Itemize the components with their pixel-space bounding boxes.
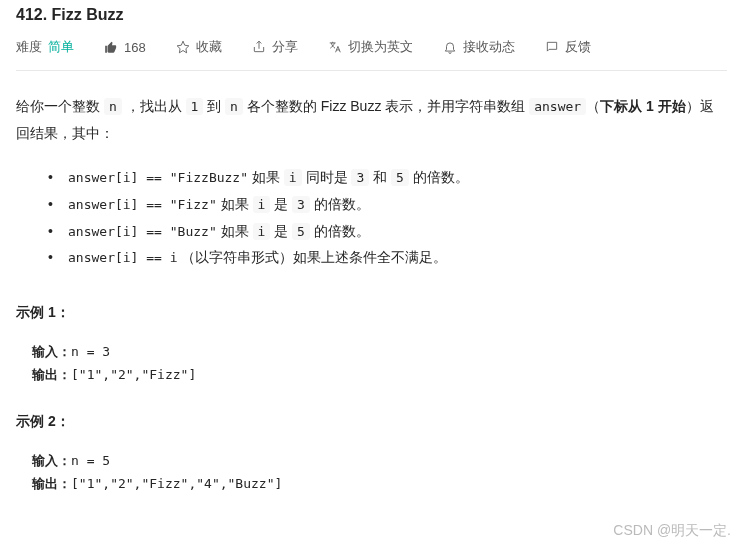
share-icon	[252, 40, 266, 54]
example-1-block: 输入：n = 3 输出：["1","2","Fizz"]	[16, 340, 727, 387]
input-label: 输入：	[32, 344, 71, 359]
feedback-button[interactable]: 反馈	[545, 38, 591, 56]
example-2-block: 输入：n = 5 输出：["1","2","Fizz","4","Buzz"]	[16, 449, 727, 496]
list-item: answer[i] == "Fizz" 如果 i 是 3 的倍数。	[48, 191, 727, 218]
meta-bar: 难度 简单 168 收藏 分享 切换为英文	[16, 38, 727, 71]
thumb-up-icon	[104, 40, 118, 54]
bell-icon	[443, 40, 457, 54]
problem-description: 给你一个整数 n ，找出从 1 到 n 各个整数的 Fizz Buzz 表示，并…	[16, 93, 727, 496]
star-icon	[176, 40, 190, 54]
list-item: answer[i] == i （以字符串形式）如果上述条件全不满足。	[48, 244, 727, 271]
output-label: 输出：	[32, 476, 71, 491]
translate-icon	[328, 40, 342, 54]
favorite-button[interactable]: 收藏	[176, 38, 222, 56]
feedback-label: 反馈	[565, 38, 591, 56]
input-label: 输入：	[32, 453, 71, 468]
difficulty-value: 简单	[48, 38, 74, 56]
example-2-title: 示例 2：	[16, 408, 727, 435]
list-item: answer[i] == "FizzBuzz" 如果 i 同时是 3 和 5 的…	[48, 164, 727, 191]
rules-list: answer[i] == "FizzBuzz" 如果 i 同时是 3 和 5 的…	[16, 164, 727, 271]
problem-title: 412. Fizz Buzz	[16, 6, 727, 24]
switch-lang-button[interactable]: 切换为英文	[328, 38, 413, 56]
share-label: 分享	[272, 38, 298, 56]
list-item: answer[i] == "Buzz" 如果 i 是 5 的倍数。	[48, 218, 727, 245]
difficulty-label: 难度	[16, 38, 42, 56]
like-count: 168	[124, 40, 146, 55]
subscribe-label: 接收动态	[463, 38, 515, 56]
subscribe-button[interactable]: 接收动态	[443, 38, 515, 56]
example-1-title: 示例 1：	[16, 299, 727, 326]
output-value: ["1","2","Fizz"]	[71, 367, 196, 382]
description-paragraph: 给你一个整数 n ，找出从 1 到 n 各个整数的 Fizz Buzz 表示，并…	[16, 93, 727, 146]
share-button[interactable]: 分享	[252, 38, 298, 56]
output-label: 输出：	[32, 367, 71, 382]
switch-lang-label: 切换为英文	[348, 38, 413, 56]
difficulty: 难度 简单	[16, 38, 74, 56]
input-value: n = 3	[71, 344, 110, 359]
like-button[interactable]: 168	[104, 40, 146, 55]
favorite-label: 收藏	[196, 38, 222, 56]
output-value: ["1","2","Fizz","4","Buzz"]	[71, 476, 282, 491]
watermark: CSDN @明天一定.	[613, 522, 731, 540]
comment-icon	[545, 40, 559, 54]
input-value: n = 5	[71, 453, 110, 468]
